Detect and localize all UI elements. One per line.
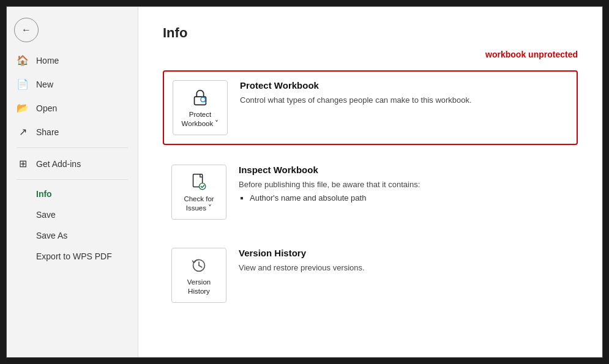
sidebar-label-export: Export to WPS PDF (36, 251, 112, 261)
svg-line-7 (199, 266, 202, 267)
open-icon: 📂 (17, 102, 29, 114)
main-content: Info workbook unprotected ProtectWorkboo… (138, 7, 602, 357)
sidebar-label-saveas: Save As (36, 231, 67, 240)
history-title: Version History (239, 248, 365, 258)
version-history-button[interactable]: VersionHistory (171, 248, 226, 303)
protect-description: Control what types of changes people can… (240, 94, 472, 106)
sidebar-label-save: Save (36, 210, 56, 220)
protect-title: Protect Workbook (240, 80, 472, 91)
sidebar-divider-2 (17, 179, 128, 180)
inspect-icon (189, 171, 209, 192)
new-icon: 📄 (17, 78, 29, 90)
sidebar-divider (17, 147, 128, 148)
sidebar-subitem-saveas[interactable]: Save As (7, 225, 138, 246)
version-history-card: VersionHistory Version History View and … (163, 239, 578, 311)
lock-icon (190, 87, 211, 108)
sidebar: ← 🏠 Home 📄 New 📂 Open ↗ Share ⊞ Get Add-… (7, 7, 138, 357)
sidebar-subitem-save[interactable]: Save (7, 204, 138, 225)
workbook-status: workbook unprotected (163, 50, 578, 59)
inspect-workbook-card: Check forIssues ˅ Inspect Workbook Befor… (163, 156, 578, 228)
sidebar-label-getaddins: Get Add-ins (36, 159, 81, 169)
sidebar-item-home[interactable]: 🏠 Home (7, 48, 138, 72)
sidebar-item-getaddins[interactable]: ⊞ Get Add-ins (7, 152, 138, 176)
check-issues-button[interactable]: Check forIssues ˅ (171, 165, 226, 220)
history-description: View and restore previous versions. (239, 262, 365, 274)
inspect-text-area: Inspect Workbook Before publishing this … (239, 165, 420, 202)
history-icon-label: VersionHistory (187, 278, 211, 296)
sidebar-label-open: Open (36, 103, 57, 113)
sidebar-subitem-info[interactable]: Info (7, 184, 138, 204)
inspect-title: Inspect Workbook (239, 165, 420, 175)
protect-workbook-card: ProtectWorkbook ˅ Protect Workbook Contr… (163, 70, 578, 145)
sidebar-label-home: Home (36, 56, 59, 65)
sidebar-label-new: New (36, 80, 53, 89)
app-window: ← 🏠 Home 📄 New 📂 Open ↗ Share ⊞ Get Add-… (6, 6, 603, 358)
protect-text-area: Protect Workbook Control what types of c… (240, 80, 472, 106)
svg-point-4 (199, 183, 205, 189)
sidebar-item-share[interactable]: ↗ Share (7, 120, 138, 144)
sidebar-label-info: Info (36, 189, 52, 199)
protect-workbook-button[interactable]: ProtectWorkbook ˅ (173, 80, 228, 135)
sidebar-label-share: Share (36, 127, 59, 137)
back-button[interactable]: ← (14, 18, 39, 42)
inspect-bullet-item: Author's name and absolute path (250, 193, 420, 202)
share-icon: ↗ (17, 126, 29, 138)
sidebar-subitem-export[interactable]: Export to WPS PDF (7, 246, 138, 267)
protect-icon-label: ProtectWorkbook ˅ (182, 110, 219, 128)
history-icon (189, 254, 209, 275)
check-icon-label: Check forIssues ˅ (184, 195, 214, 213)
inspect-description: Before publishing this file, be aware th… (239, 179, 420, 191)
inspect-bullet-list: Author's name and absolute path (239, 193, 420, 202)
addins-icon: ⊞ (17, 158, 29, 169)
history-text-area: Version History View and restore previou… (239, 248, 365, 274)
home-icon: 🏠 (17, 54, 29, 66)
sidebar-item-new[interactable]: 📄 New (7, 72, 138, 96)
sidebar-item-open[interactable]: 📂 Open (7, 96, 138, 120)
page-title: Info (163, 25, 578, 41)
